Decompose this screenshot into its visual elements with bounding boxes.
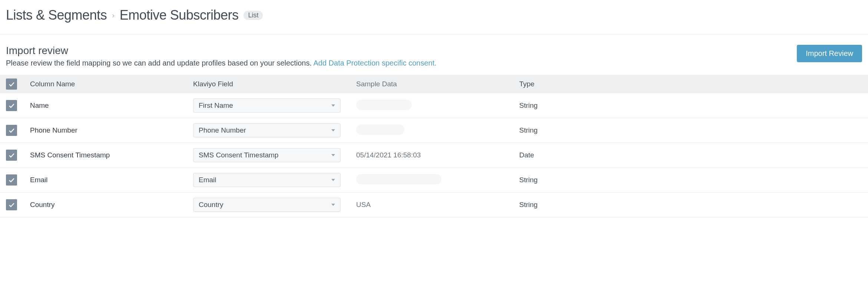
type-cell: Date [519, 151, 862, 159]
check-icon [8, 102, 15, 109]
header-sample-data: Sample Data [356, 80, 519, 88]
mapping-table: Column Name Klaviyo Field Sample Data Ty… [0, 75, 868, 217]
chevron-down-icon [331, 154, 335, 156]
select-all-checkbox[interactable] [6, 79, 17, 90]
column-name-cell: Name [30, 101, 193, 110]
column-name-cell: Phone Number [30, 126, 193, 134]
section-header: Import review Please review the field ma… [0, 34, 868, 75]
klaviyo-field-select[interactable]: Phone Number [193, 123, 341, 137]
redacted-sample [356, 124, 404, 135]
header-column-name: Column Name [30, 80, 193, 88]
select-label: First Name [199, 101, 233, 110]
add-consent-link[interactable]: Add Data Protection specific consent. [313, 59, 436, 67]
chevron-down-icon [331, 129, 335, 131]
chevron-down-icon [331, 204, 335, 206]
import-review-button[interactable]: Import Review [797, 45, 862, 62]
breadcrumb-current: Emotive Subscribers [120, 7, 239, 23]
column-name-cell: Country [30, 201, 193, 209]
sample-data-cell [356, 174, 519, 186]
klaviyo-field-select[interactable]: Country [193, 198, 341, 212]
table-row: Phone NumberPhone NumberString [0, 118, 868, 143]
column-name-cell: SMS Consent Timestamp [30, 151, 193, 159]
type-cell: String [519, 176, 862, 184]
sample-data-cell: 05/14/2021 16:58:03 [356, 151, 519, 159]
table-row: SMS Consent TimestampSMS Consent Timesta… [0, 143, 868, 168]
column-name-cell: Email [30, 176, 193, 184]
row-checkbox[interactable] [6, 174, 17, 186]
select-label: Phone Number [199, 126, 246, 134]
check-icon [8, 201, 15, 208]
breadcrumb-root[interactable]: Lists & Segments [6, 7, 107, 23]
header-klaviyo-field: Klaviyo Field [193, 80, 356, 88]
section-title: Import review [6, 45, 437, 57]
select-label: Email [199, 176, 216, 184]
table-header-row: Column Name Klaviyo Field Sample Data Ty… [0, 75, 868, 93]
sample-data-cell [356, 100, 519, 112]
select-label: Country [199, 201, 223, 209]
type-cell: String [519, 101, 862, 110]
list-badge: List [243, 11, 263, 20]
chevron-down-icon [331, 179, 335, 181]
sample-data-cell [356, 124, 519, 137]
breadcrumb: Lists & Segments › Emotive Subscribers L… [0, 0, 868, 34]
table-row: NameFirst NameString [0, 93, 868, 118]
section-description: Please review the field mapping so we ca… [6, 59, 437, 67]
table-row: CountryCountryUSAString [0, 193, 868, 217]
klaviyo-field-select[interactable]: Email [193, 173, 341, 187]
row-checkbox[interactable] [6, 199, 17, 210]
check-icon [8, 80, 15, 88]
type-cell: String [519, 201, 862, 209]
row-checkbox[interactable] [6, 125, 17, 136]
table-row: EmailEmailString [0, 168, 868, 193]
redacted-sample [356, 174, 441, 184]
row-checkbox[interactable] [6, 100, 17, 111]
type-cell: String [519, 126, 862, 134]
chevron-down-icon [331, 104, 335, 107]
sample-data-cell: USA [356, 201, 519, 209]
section-description-text: Please review the field mapping so we ca… [6, 59, 312, 67]
check-icon [8, 151, 15, 159]
klaviyo-field-select[interactable]: First Name [193, 99, 341, 113]
check-icon [8, 127, 15, 134]
header-type: Type [519, 80, 862, 88]
row-checkbox[interactable] [6, 150, 17, 161]
check-icon [8, 176, 15, 184]
redacted-sample [356, 100, 412, 110]
select-label: SMS Consent Timestamp [199, 151, 278, 159]
klaviyo-field-select[interactable]: SMS Consent Timestamp [193, 148, 341, 162]
chevron-right-icon: › [112, 11, 115, 20]
